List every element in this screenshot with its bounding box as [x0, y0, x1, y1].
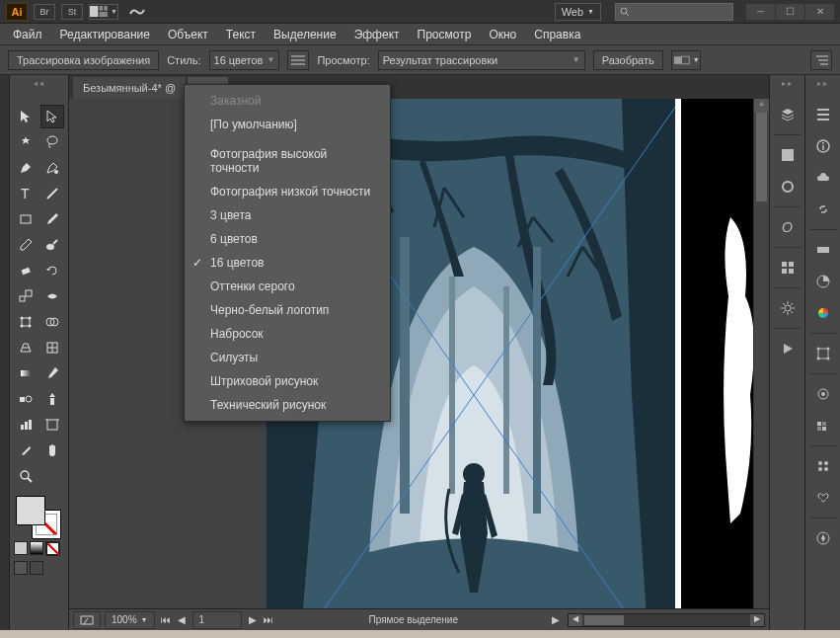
- dropdown-item[interactable]: Набросок: [185, 322, 390, 346]
- arrange-button[interactable]: ▼: [89, 4, 118, 20]
- dropdown-item[interactable]: Штриховой рисунок: [185, 369, 390, 393]
- workspace-selector[interactable]: Web▼: [555, 3, 601, 21]
- bridge-button[interactable]: Br: [34, 4, 55, 20]
- zoom-tool[interactable]: [14, 464, 38, 488]
- dropdown-item[interactable]: Черно-белый логотип: [185, 298, 390, 322]
- tool-collapse-strip[interactable]: [0, 75, 10, 630]
- dropdown-item[interactable]: Фотография низкой точности: [185, 180, 390, 203]
- dropdown-item-selected[interactable]: 16 цветов: [185, 251, 390, 275]
- line-tool[interactable]: [40, 182, 64, 205]
- mesh-tool[interactable]: [40, 336, 64, 359]
- gradient-tool[interactable]: [14, 361, 38, 385]
- menu-view[interactable]: Просмотр: [409, 25, 481, 44]
- document-tab-1[interactable]: Безымянный-4* @: [73, 77, 186, 99]
- zoom-select[interactable]: 100%▼: [105, 611, 155, 629]
- curvature-tool[interactable]: [40, 156, 64, 180]
- cloud-icon[interactable]: [809, 166, 837, 190]
- blend-tool[interactable]: [14, 387, 38, 411]
- gear-icon[interactable]: [774, 296, 802, 320]
- menu-help[interactable]: Справка: [525, 25, 589, 44]
- pen-tool[interactable]: [14, 156, 38, 180]
- transform-icon[interactable]: [809, 342, 837, 365]
- search-input[interactable]: [615, 3, 733, 21]
- page-input[interactable]: 1: [192, 611, 242, 629]
- menu-select[interactable]: Выделение: [265, 25, 345, 44]
- image-trace-button[interactable]: Трассировка изображения: [8, 50, 159, 70]
- type-panel-icon[interactable]: O: [774, 215, 802, 239]
- pencil-tool[interactable]: [14, 233, 38, 257]
- close-button[interactable]: ✕: [804, 4, 834, 20]
- menu-window[interactable]: Окно: [480, 25, 525, 44]
- lasso-tool[interactable]: [40, 130, 64, 154]
- mask-button[interactable]: ▼: [671, 50, 701, 70]
- normal-screen-button[interactable]: [14, 561, 28, 575]
- menu-text[interactable]: Текст: [217, 25, 265, 44]
- hand-tool[interactable]: [40, 439, 64, 462]
- slice-tool[interactable]: [14, 439, 38, 462]
- width-tool[interactable]: [40, 284, 64, 308]
- css-icon[interactable]: [809, 454, 837, 478]
- blob-brush-tool[interactable]: [40, 233, 64, 257]
- trace-options-button[interactable]: [287, 50, 309, 70]
- rectangle-tool[interactable]: [14, 207, 38, 231]
- eyedropper-tool[interactable]: [40, 361, 64, 385]
- scroll-up-icon[interactable]: ▲: [754, 99, 769, 113]
- sync-icon[interactable]: [128, 4, 146, 20]
- view-mode-button[interactable]: [73, 611, 101, 629]
- canvas[interactable]: [69, 99, 753, 608]
- symbol-sprayer-tool[interactable]: [40, 387, 64, 411]
- selection-tool[interactable]: [14, 105, 38, 128]
- controlbar-menu-button[interactable]: [810, 50, 832, 70]
- perspective-tool[interactable]: [14, 336, 38, 359]
- layers-icon[interactable]: [774, 103, 802, 126]
- artboards-icon[interactable]: [809, 486, 837, 510]
- dropdown-item[interactable]: [По умолчанию]: [185, 113, 390, 136]
- dropdown-item[interactable]: 6 цветов: [185, 227, 390, 251]
- navigator-icon[interactable]: [809, 526, 837, 550]
- graphic-styles-icon[interactable]: [809, 414, 837, 438]
- swatches-icon[interactable]: [774, 143, 802, 167]
- style-select[interactable]: 16 цветов ▼: [209, 50, 280, 70]
- dropdown-item[interactable]: 3 цвета: [185, 203, 390, 227]
- menu-effect[interactable]: Эффект: [345, 25, 409, 44]
- fill-stroke-swatch[interactable]: [14, 494, 64, 539]
- dropdown-item[interactable]: Технический рисунок: [185, 393, 390, 417]
- color-button[interactable]: [14, 541, 28, 555]
- last-icon[interactable]: ⏭: [262, 614, 275, 625]
- paintbrush-tool[interactable]: [40, 207, 64, 231]
- menu-object[interactable]: Объект: [159, 25, 217, 44]
- minimize-button[interactable]: ─: [745, 4, 775, 20]
- align-icon[interactable]: [809, 103, 837, 126]
- dropdown-item[interactable]: Силуэты: [185, 346, 390, 369]
- dropdown-item[interactable]: Фотография высокой точности: [185, 142, 390, 180]
- links-icon[interactable]: [809, 198, 837, 221]
- eraser-tool[interactable]: [14, 259, 38, 282]
- brushes-icon[interactable]: [774, 175, 802, 199]
- free-transform-tool[interactable]: [14, 310, 38, 334]
- dropdown-item[interactable]: Оттенки серого: [185, 275, 390, 298]
- color-icon[interactable]: [809, 270, 837, 293]
- stroke-icon[interactable]: [809, 238, 837, 262]
- expand-button[interactable]: Разобрать: [593, 50, 663, 70]
- draw-mode-button[interactable]: [30, 561, 43, 575]
- column-graph-tool[interactable]: [14, 413, 38, 437]
- horizontal-scrollbar[interactable]: ◀ ▶: [568, 613, 765, 627]
- first-icon[interactable]: ⏮: [159, 614, 173, 625]
- prev-icon[interactable]: ◀: [175, 614, 189, 625]
- scale-tool[interactable]: [14, 284, 38, 308]
- gradient-button[interactable]: [30, 541, 43, 555]
- info-icon[interactable]: [809, 134, 837, 158]
- type-tool[interactable]: T: [14, 182, 38, 205]
- maximize-button[interactable]: ☐: [775, 4, 804, 20]
- symbols-icon[interactable]: [774, 256, 802, 279]
- color-guide-icon[interactable]: [809, 301, 837, 325]
- play-icon[interactable]: [774, 337, 802, 360]
- artboard-tool[interactable]: [40, 413, 64, 437]
- menu-file[interactable]: Файл: [4, 25, 51, 44]
- menu-edit[interactable]: Редактирование: [51, 25, 159, 44]
- fill-swatch[interactable]: [16, 496, 45, 525]
- vertical-scrollbar[interactable]: ▲: [753, 99, 769, 608]
- scroll-thumb[interactable]: [756, 113, 767, 201]
- rotate-tool[interactable]: [40, 259, 64, 282]
- preview-select[interactable]: Результат трассировки ▼: [378, 50, 585, 70]
